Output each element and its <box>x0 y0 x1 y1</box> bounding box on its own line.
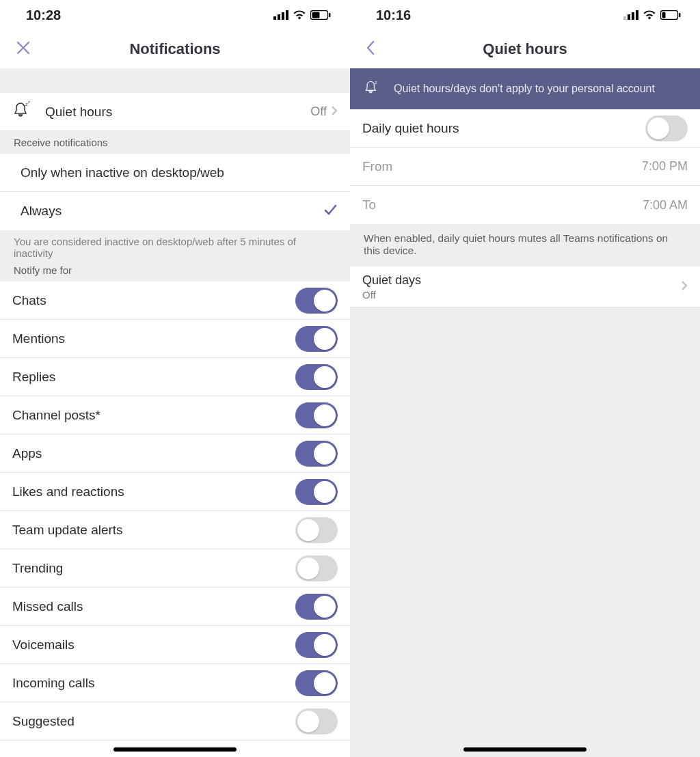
receive-option-inactive[interactable]: Only when inactive on desktop/web <box>0 154 350 192</box>
chevron-right-icon <box>331 105 338 120</box>
battery-icon <box>310 10 331 20</box>
from-row[interactable]: From 7:00 PM <box>350 148 700 186</box>
page-title: Notifications <box>129 40 220 58</box>
svg-rect-2 <box>282 12 284 20</box>
notify-toggle[interactable] <box>295 288 338 314</box>
quiet-days-value: Off <box>362 289 681 301</box>
back-button[interactable] <box>365 40 376 59</box>
inactivity-note: You are considered inactive on desktop/w… <box>0 230 350 262</box>
quiet-hours-label: Quiet hours <box>45 105 310 120</box>
notify-toggle-row: Apps <box>0 435 350 473</box>
notify-toggle-list: ChatsMentionsRepliesChannel posts*AppsLi… <box>0 281 350 741</box>
notify-toggle-row: Incoming calls <box>0 664 350 702</box>
notifications-screen: 10:28 Notifications zz Quiet hours Off R… <box>0 0 350 757</box>
receive-option-always[interactable]: Always <box>0 192 350 230</box>
daily-quiet-hours-toggle[interactable] <box>645 115 688 141</box>
notify-toggle-row: Chats <box>0 281 350 320</box>
chevron-left-icon <box>365 40 376 56</box>
notify-toggle-label: Team update alerts <box>12 523 295 538</box>
svg-rect-15 <box>679 13 681 17</box>
wifi-icon <box>643 10 656 20</box>
home-indicator <box>463 747 587 752</box>
status-icons <box>623 10 681 20</box>
notify-toggle-label: Replies <box>12 370 295 385</box>
to-value: 7:00 AM <box>643 198 688 212</box>
quiet-hours-screen: 10:16 Quiet hours z Quiet hours/days don… <box>350 0 700 757</box>
quiet-hours-row[interactable]: zz Quiet hours Off <box>0 93 350 131</box>
notify-toggle[interactable] <box>295 517 338 543</box>
svg-rect-6 <box>329 13 331 17</box>
status-icons <box>273 10 331 20</box>
quiet-days-label: Quiet days <box>362 273 681 288</box>
quiet-days-row[interactable]: Quiet days Off <box>350 266 700 307</box>
notify-toggle[interactable] <box>295 441 338 467</box>
daily-explain: When enabled, daily quiet hours mutes al… <box>350 224 700 266</box>
daily-quiet-hours-row: Daily quiet hours <box>350 109 700 148</box>
notify-toggle[interactable] <box>295 670 338 696</box>
notify-toggle-row: Channel posts* <box>0 396 350 435</box>
home-indicator <box>113 747 237 752</box>
notify-toggle[interactable] <box>295 594 338 620</box>
wifi-icon <box>293 10 306 20</box>
notify-toggle-row: Voicemails <box>0 626 350 664</box>
receive-option-inactive-label: Only when inactive on desktop/web <box>21 165 338 180</box>
notify-toggle[interactable] <box>295 402 338 428</box>
notify-toggle-label: Trending <box>12 561 295 576</box>
svg-rect-9 <box>623 16 626 20</box>
receive-section-header: Receive notifications <box>0 131 350 154</box>
svg-text:z: z <box>375 80 377 85</box>
svg-rect-5 <box>312 12 320 18</box>
checkmark-icon <box>323 202 338 221</box>
notify-section-header: Notify me for <box>0 262 350 281</box>
notify-toggle-label: Apps <box>12 446 295 461</box>
svg-text:z: z <box>28 100 30 104</box>
page-title: Quiet hours <box>483 40 567 58</box>
svg-rect-14 <box>662 12 666 18</box>
svg-rect-10 <box>628 14 630 20</box>
notify-toggle-label: Chats <box>12 293 295 308</box>
svg-rect-1 <box>278 14 280 20</box>
from-label: From <box>362 159 642 174</box>
notify-toggle-row: Missed calls <box>0 588 350 626</box>
nav-header: Quiet hours <box>350 30 700 68</box>
empty-area <box>350 307 700 757</box>
close-icon <box>15 40 31 56</box>
receive-option-always-label: Always <box>21 204 323 219</box>
chevron-right-icon <box>681 279 688 294</box>
notify-toggle-label: Incoming calls <box>12 676 295 691</box>
notify-toggle-row: Trending <box>0 549 350 588</box>
notify-toggle[interactable] <box>295 364 338 390</box>
notify-toggle-label: Mentions <box>12 331 295 346</box>
close-button[interactable] <box>15 40 31 59</box>
notify-toggle-row: Mentions <box>0 320 350 358</box>
notify-toggle[interactable] <box>295 708 338 734</box>
status-time: 10:16 <box>376 8 411 23</box>
svg-rect-12 <box>636 10 638 20</box>
notify-toggle[interactable] <box>295 479 338 505</box>
quiet-hours-icon: zz <box>12 100 31 123</box>
daily-quiet-hours-label: Daily quiet hours <box>362 121 645 136</box>
section-gap <box>0 68 350 93</box>
cellular-icon <box>273 10 288 20</box>
notify-toggle-label: Channel posts* <box>12 408 295 423</box>
info-banner: z Quiet hours/days don't apply to your p… <box>350 68 700 109</box>
svg-rect-0 <box>273 16 276 20</box>
battery-icon <box>660 10 681 20</box>
to-label: To <box>362 197 643 212</box>
status-time: 10:28 <box>26 8 61 23</box>
notify-toggle-row: Team update alerts <box>0 511 350 549</box>
quiet-hours-icon: z <box>364 79 380 98</box>
notify-toggle-label: Missed calls <box>12 599 295 614</box>
notify-toggle-row: Replies <box>0 358 350 396</box>
notify-toggle[interactable] <box>295 555 338 581</box>
from-value: 7:00 PM <box>642 159 688 174</box>
notify-toggle[interactable] <box>295 632 338 658</box>
notify-toggle[interactable] <box>295 326 338 352</box>
to-row[interactable]: To 7:00 AM <box>350 186 700 224</box>
notify-toggle-label: Voicemails <box>12 637 295 652</box>
notify-toggle-label: Likes and reactions <box>12 484 295 499</box>
notify-toggle-label: Suggested <box>12 714 295 729</box>
svg-rect-11 <box>632 12 634 20</box>
cellular-icon <box>623 10 638 20</box>
quiet-hours-value: Off <box>310 105 327 119</box>
